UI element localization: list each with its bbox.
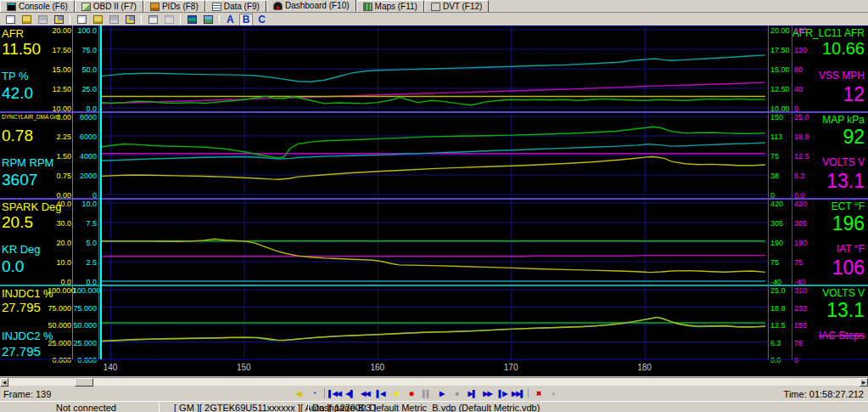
obd-tab-icon <box>81 3 91 11</box>
tab-obd[interactable]: OBD II (F7) <box>75 0 143 12</box>
axis-tick-label: 420 <box>794 200 815 208</box>
dashpage-b-button[interactable]: B <box>239 14 254 26</box>
save-log-as-button[interactable] <box>123 14 137 25</box>
send-button[interactable] <box>146 14 160 25</box>
fast-forward-button[interactable]: ▶▶ <box>480 387 495 399</box>
disk-icon <box>38 15 48 24</box>
param-label: VSS MPH <box>819 70 865 82</box>
horizontal-scrollbar[interactable]: ◀ ▶ <box>0 377 868 386</box>
axis-tick-label: 310 <box>794 286 815 295</box>
tab-label: Console (F6) <box>19 2 68 11</box>
axis-tick-label: 25.000 <box>73 339 97 347</box>
record-button[interactable]: ● <box>404 387 418 399</box>
param-value: 42.0 <box>2 84 33 103</box>
axis-tick-label: 20.00 <box>770 26 792 35</box>
axis-tick-label: 160 <box>794 26 815 35</box>
x-axis-tick-label: 170 <box>504 363 518 372</box>
sound-button[interactable]: ◀) <box>292 387 306 399</box>
param-label: IAT °F <box>837 243 865 255</box>
axis-tick-label: 18.8 <box>794 133 815 141</box>
axis-tick-label: 17.50 <box>48 46 71 54</box>
axis-tick-label: 113 <box>770 133 792 141</box>
axis-tick-label: 2.25 <box>48 133 71 141</box>
param-value: 3607 <box>2 171 37 189</box>
tab-dvt[interactable]: DVT (F12) <box>424 0 490 12</box>
stop-button[interactable]: ■ <box>450 387 464 399</box>
axis-tick-label: 0 <box>794 356 815 364</box>
dashpage-c-button[interactable]: C <box>255 14 268 25</box>
rewind-button[interactable]: ◀◀ <box>358 387 372 399</box>
receive-button[interactable] <box>162 14 176 25</box>
plot-row-3[interactable] <box>100 199 768 285</box>
transport-controls: ◀)*▌◀◀◀▌◀◀▌◀●●▌▌▶■▶▌▶▶▌▶▶▶▌✖◐ <box>292 387 561 399</box>
param-label: KR Deg <box>2 243 41 256</box>
toolbar-separator <box>219 14 220 25</box>
go-start-button[interactable]: ▌◀◀ <box>328 387 342 399</box>
connection-status: Not connected <box>56 403 116 412</box>
disk-y-icon <box>54 15 64 24</box>
prev-marker-button[interactable]: ◀▌ <box>343 387 357 399</box>
param-value: 12 <box>843 83 865 106</box>
background-button[interactable] <box>201 14 215 25</box>
frame-counter: Frame: 139 <box>3 389 51 399</box>
axis-tick-label: 150 <box>770 113 792 121</box>
step-forward-button[interactable]: ▶▌ <box>465 387 479 399</box>
open-file-button[interactable] <box>20 14 33 25</box>
axis-tick-label: 12.50 <box>48 85 71 93</box>
scrollbar-thumb[interactable] <box>75 378 93 387</box>
tab-data[interactable]: Data (F9) <box>205 0 266 12</box>
yellow-axis-scale: 20.0017.5015.0012.5010.00 <box>48 25 71 112</box>
plot-row-2[interactable] <box>100 112 768 199</box>
axis-tick-label: 10.0 <box>73 200 97 208</box>
open-log-button[interactable] <box>91 14 104 25</box>
compare-button[interactable]: ◐ <box>546 387 561 399</box>
dash-style-button[interactable] <box>185 14 199 25</box>
axis-tick-label: 6.3 <box>794 172 815 180</box>
tab-maps[interactable]: Maps (F11) <box>356 0 424 12</box>
axis-tick-label: 6.3 <box>770 339 792 347</box>
folder-icon <box>22 15 31 24</box>
chart-row-1: AFR11.50TP %42.0AFR_LC11 AFR10.66VSS MPH… <box>0 25 868 112</box>
axis-tick-label: 78 <box>794 339 815 347</box>
scroll-left-arrow[interactable]: ◀ <box>0 378 8 387</box>
tab-dashboard[interactable]: Dashboard (F10) <box>266 0 356 12</box>
new-file-button[interactable] <box>3 14 17 25</box>
axis-tick-label: 12.5 <box>770 321 792 330</box>
save-as-button[interactable] <box>52 14 65 25</box>
axis-tick-label: 25.0 <box>770 286 792 295</box>
yellow-axis-scale: 3.002.251.500.750.00 <box>48 112 71 199</box>
go-end-button[interactable]: ▶▶▌ <box>511 387 525 399</box>
axis-tick-label: 0.75 <box>48 172 71 180</box>
plot-row-4[interactable] <box>100 285 768 376</box>
param-value: 20.5 <box>2 213 33 232</box>
yellow-axis-scale: 40.030.020.010.00.0 <box>48 199 71 285</box>
frame-cursor[interactable] <box>100 25 102 359</box>
scroll-right-arrow[interactable]: ▶ <box>860 378 868 387</box>
settings-button[interactable]: * <box>307 387 322 399</box>
plot-row-1[interactable] <box>100 25 768 112</box>
slow-play-button[interactable]: ● <box>389 387 403 399</box>
right-param-panel: AFR_LC11 AFR10.66VSS MPH12 <box>812 25 866 112</box>
next-marker-button[interactable]: ▌▶ <box>496 387 510 399</box>
close-log-button[interactable]: ✖ <box>531 387 546 399</box>
magenta-axis-scale: 16012080400 <box>794 25 815 112</box>
green-axis-scale: 42030519075-40 <box>770 199 792 285</box>
frame-bar: Frame: 139 ◀)*▌◀◀◀▌◀◀▌◀●●▌▌▶■▶▌▶▶▌▶▶▶▌✖◐… <box>0 387 868 401</box>
param-label: INJDC1 % <box>2 287 53 300</box>
axis-tick-label: 233 <box>794 304 815 313</box>
axis-tick-label: 25.000 <box>48 339 71 347</box>
right-param-panel: VOLTS V13.1IAC Steps <box>812 285 866 376</box>
axis-tick-label: 1.50 <box>48 152 71 161</box>
play-button[interactable]: ▶ <box>434 387 449 399</box>
pause-button[interactable]: ▌▌ <box>419 387 434 399</box>
tab-pids[interactable]: PIDs (F8) <box>143 0 205 12</box>
step-back-button[interactable]: ▌◀ <box>373 387 388 399</box>
status-bar: Not connected [ GM ][ 2GTEK69U511xxxxxx … <box>0 401 868 412</box>
save-log-button[interactable] <box>107 14 120 25</box>
param-label: AFR <box>2 27 24 40</box>
tab-console[interactable]: Console (F6) <box>0 0 75 12</box>
new-log-button[interactable] <box>75 14 88 25</box>
axis-tick-label: 100.000 <box>48 286 71 295</box>
dashpage-a-button[interactable]: A <box>224 14 237 25</box>
save-button[interactable] <box>36 14 49 25</box>
